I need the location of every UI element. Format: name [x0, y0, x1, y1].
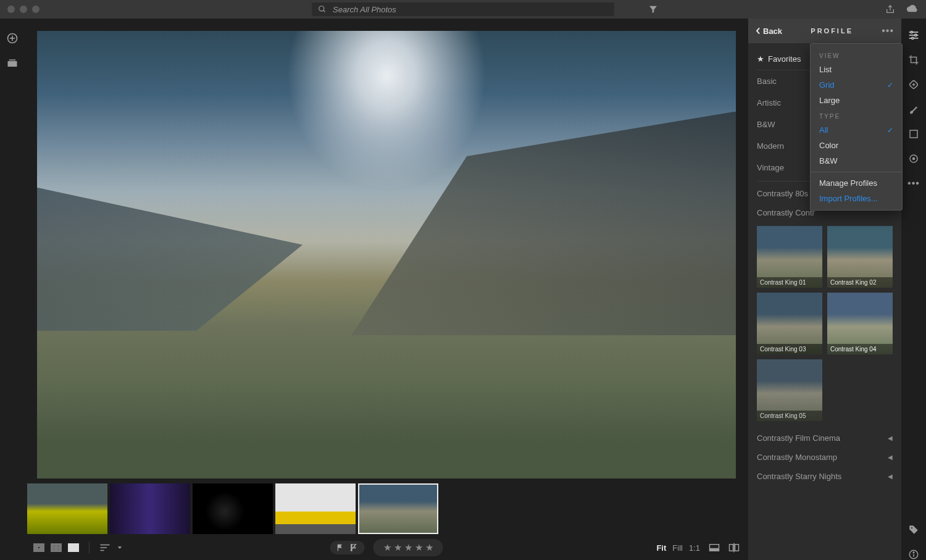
preset-label: Contrast King 04 [827, 344, 893, 354]
star-icon: ★ [425, 542, 433, 553]
tag-icon[interactable] [908, 524, 919, 535]
dropdown-item-label: Color [819, 141, 838, 150]
dropdown-item-label: All [819, 125, 828, 135]
sort-icon[interactable] [99, 543, 111, 552]
edit-sliders-icon[interactable] [907, 30, 920, 41]
view-grid-button[interactable] [33, 543, 44, 552]
check-icon: ✓ [887, 126, 893, 135]
canvas-area [25, 19, 748, 482]
profile-group-row[interactable]: Contrastly Monostamp◀ [757, 448, 893, 467]
compare-icon[interactable] [728, 543, 740, 553]
star-icon: ★ [383, 542, 391, 553]
dropdown-section-header: TYPE [811, 108, 902, 122]
star-icon: ★ [404, 542, 412, 553]
svg-rect-14 [710, 548, 719, 551]
dropdown-item[interactable]: Color [811, 138, 902, 153]
svg-point-33 [913, 552, 914, 553]
star-icon: ★ [757, 54, 764, 64]
flag-reject-icon[interactable] [350, 543, 359, 552]
flag-controls [330, 541, 365, 554]
profile-group-label: Contrastly Film Cinema [757, 433, 840, 443]
brush-icon[interactable] [908, 104, 919, 115]
favorites-label: Favorites [768, 54, 801, 64]
preset-label: Contrast King 02 [827, 277, 893, 288]
dropdown-item[interactable]: Large [811, 93, 902, 108]
dropdown-item-label: Large [819, 96, 840, 105]
preset-thumb[interactable]: Contrast King 03 [757, 293, 822, 354]
dropdown-item[interactable]: B&W [811, 153, 902, 169]
center-column: ★ ★ ★ ★ ★ Fit Fill 1:1 [25, 19, 748, 560]
left-rail [0, 19, 25, 560]
filmstrip-thumb[interactable] [27, 483, 107, 534]
svg-rect-10 [338, 545, 338, 551]
zoom-controls: Fit Fill 1:1 [656, 543, 700, 553]
star-icon: ★ [394, 542, 402, 553]
back-label: Back [763, 27, 782, 36]
cloud-sync-icon[interactable] [906, 4, 919, 14]
original-toggle-icon[interactable] [709, 543, 720, 552]
chevron-left-icon [756, 27, 761, 35]
preset-grid: Contrast King 01Contrast King 02Contrast… [757, 226, 893, 421]
panel-more-button[interactable]: ••• [882, 25, 894, 36]
sort-direction-icon[interactable] [117, 545, 123, 551]
preset-thumb[interactable]: Contrast King 01 [757, 226, 822, 288]
window-minimize-button[interactable] [20, 6, 27, 13]
dropdown-item-label: B&W [819, 156, 838, 165]
radial-gradient-icon[interactable] [908, 153, 919, 164]
healing-brush-icon[interactable] [908, 79, 919, 90]
window-close-button[interactable] [7, 6, 15, 13]
zoom-1to1-button[interactable]: 1:1 [689, 543, 700, 553]
svg-rect-16 [735, 545, 739, 551]
dropdown-item-label: List [819, 65, 832, 74]
profile-panel: Back PROFILE ••• VIEW ListGrid✓Large TYP… [748, 19, 901, 560]
profile-group-label: Contrastly 80s C [757, 189, 816, 198]
svg-line-1 [323, 10, 325, 12]
back-button[interactable]: Back [756, 27, 782, 36]
window-zoom-button[interactable] [32, 6, 40, 13]
library-icon[interactable] [7, 58, 18, 68]
view-detail-button[interactable] [68, 543, 79, 552]
dropdown-action[interactable]: Import Profiles... [811, 191, 902, 206]
profile-group-row[interactable]: Contrastly Starry Nights◀ [757, 467, 893, 486]
linear-gradient-icon[interactable] [908, 128, 919, 140]
titlebar [0, 0, 926, 19]
search-field[interactable] [312, 2, 614, 16]
star-rating[interactable]: ★ ★ ★ ★ ★ [373, 539, 443, 556]
preset-thumb[interactable]: Contrast King 05 [757, 359, 822, 421]
crop-icon[interactable] [908, 54, 919, 65]
chevron-left-icon: ◀ [888, 473, 893, 480]
profile-view-dropdown: VIEW ListGrid✓Large TYPE All✓ColorB&W Ma… [810, 43, 903, 211]
filmstrip-thumb[interactable] [275, 483, 356, 534]
zoom-fit-button[interactable]: Fit [656, 543, 666, 553]
info-icon[interactable] [908, 549, 919, 560]
view-small-grid-button[interactable] [51, 543, 62, 552]
dropdown-item[interactable]: All✓ [811, 122, 902, 138]
dropdown-item[interactable]: List [811, 62, 902, 77]
filmstrip-thumb-selected[interactable] [358, 483, 438, 534]
profile-group-row[interactable]: Contrastly Film Cinema◀ [757, 428, 893, 448]
filter-icon[interactable] [648, 4, 658, 14]
profile-group-label: Contrastly Starry Nights [757, 472, 841, 481]
dropdown-item[interactable]: Grid✓ [811, 77, 902, 93]
chevron-left-icon: ◀ [888, 435, 893, 441]
add-photos-icon[interactable] [6, 32, 19, 44]
zoom-fill-button[interactable]: Fill [672, 543, 683, 553]
search-input[interactable] [332, 4, 608, 15]
window-controls [7, 6, 40, 13]
preset-thumb[interactable]: Contrast King 04 [827, 293, 893, 354]
share-icon[interactable] [885, 4, 895, 14]
panel-title: PROFILE [788, 27, 875, 35]
more-tools-icon[interactable]: ••• [907, 178, 920, 189]
dropdown-action[interactable]: Manage Profiles [811, 175, 902, 191]
star-icon: ★ [415, 542, 423, 553]
search-icon [318, 5, 327, 14]
filmstrip-thumb[interactable] [193, 483, 273, 534]
preset-thumb[interactable]: Contrast King 02 [827, 226, 893, 288]
filmstrip-thumb[interactable] [110, 483, 190, 534]
check-icon: ✓ [887, 81, 893, 90]
dropdown-section-header: VIEW [811, 48, 902, 62]
dropdown-item-label: Grid [819, 80, 835, 90]
photo-canvas[interactable] [37, 31, 736, 479]
flag-pick-icon[interactable] [336, 543, 345, 552]
svg-rect-5 [8, 61, 17, 67]
